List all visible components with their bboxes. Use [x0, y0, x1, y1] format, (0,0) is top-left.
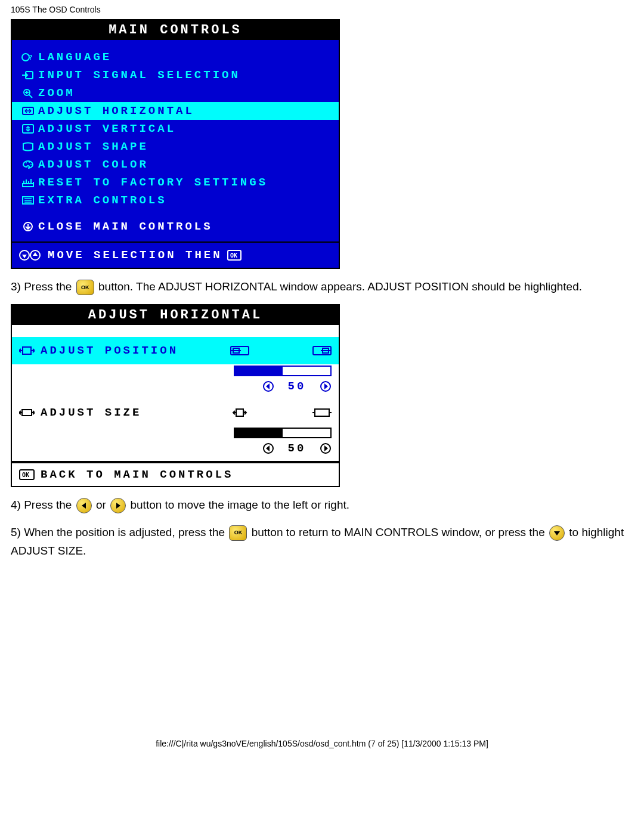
position-value-row: 50	[12, 379, 339, 399]
shift-left-icon	[230, 345, 249, 356]
step-3-text: 3) Press the OK button. The ADJUST HORIZ…	[11, 277, 633, 296]
adjust-size-icon	[19, 407, 35, 419]
down-button-icon	[549, 525, 565, 541]
close-label: CLOSE MAIN CONTROLS	[38, 220, 213, 233]
menu-label: ADJUST COLOR	[38, 158, 148, 171]
menu-item-language[interactable]: ? LANGUAGE	[12, 48, 339, 66]
svg-rect-22	[23, 347, 31, 354]
menu-label: ZOOM	[38, 86, 75, 100]
menu-label: INPUT SIGNAL SELECTION	[38, 69, 240, 82]
right-arrow-icon[interactable]	[320, 442, 332, 454]
menu-item-adjust-color[interactable]: ADJUST COLOR	[12, 156, 339, 174]
svg-rect-30	[236, 409, 243, 416]
step-4-text: 4) Press the or button to move the image…	[11, 496, 633, 514]
page-footer: file:///C|/rita wu/gs3noVE/english/105S/…	[11, 739, 633, 754]
left-button-icon	[76, 498, 92, 513]
size-wide-icon	[312, 407, 332, 418]
menu-label: ADJUST VERTICAL	[38, 122, 176, 135]
adjust-color-icon	[18, 159, 38, 170]
menu-label: EXTRA CONTROLS	[38, 194, 167, 207]
menu-item-adjust-vertical[interactable]: ADJUST VERTICAL	[12, 120, 339, 138]
menu-item-extra[interactable]: EXTRA CONTROLS	[12, 191, 339, 209]
input-icon	[18, 70, 38, 80]
adjust-size-label: ADJUST SIZE	[41, 406, 141, 419]
up-down-icon	[18, 249, 48, 262]
menu-item-adjust-shape[interactable]: ADJUST SHAPE	[12, 138, 339, 156]
adjust-v-icon	[18, 123, 38, 134]
position-slider[interactable]	[234, 366, 332, 376]
shift-right-icon	[312, 345, 332, 356]
svg-text:?: ?	[29, 54, 35, 61]
ok-icon: OK	[19, 469, 35, 480]
extra-icon	[18, 195, 38, 206]
svg-rect-31	[315, 409, 329, 416]
main-controls-footer: MOVE SELECTION THEN OK	[12, 249, 339, 268]
reset-icon	[18, 177, 38, 188]
size-narrow-icon	[230, 407, 249, 418]
adjust-position-label: ADJUST POSITION	[41, 344, 178, 357]
menu-label: ADJUST HORIZONTAL	[38, 104, 194, 117]
svg-text:OK: OK	[22, 472, 29, 478]
svg-point-11	[30, 164, 32, 165]
left-arrow-icon[interactable]	[262, 442, 274, 454]
step-5-text: 5) When the position is adjusted, press …	[11, 523, 633, 561]
main-controls-osd: MAIN CONTROLS ? LANGUAGE INPUT SIGNAL SE…	[11, 19, 340, 269]
language-icon: ?	[18, 52, 38, 63]
size-value: 50	[285, 442, 309, 455]
adjust-horizontal-osd: ADJUST HORIZONTAL ADJUST POSITION 50	[11, 304, 340, 487]
menu-label: LANGUAGE	[38, 51, 112, 64]
main-controls-title: MAIN CONTROLS	[12, 20, 339, 40]
zoom-icon	[18, 88, 38, 98]
size-slider[interactable]	[234, 428, 332, 438]
ok-button-icon: OK	[229, 525, 247, 541]
left-arrow-icon[interactable]	[262, 380, 274, 392]
right-button-icon	[110, 498, 126, 513]
adjust-horizontal-title: ADJUST HORIZONTAL	[12, 305, 339, 325]
row-adjust-position[interactable]: ADJUST POSITION	[12, 337, 339, 364]
menu-item-input[interactable]: INPUT SIGNAL SELECTION	[12, 66, 339, 84]
svg-rect-29	[22, 410, 32, 416]
ok-button-icon: OK	[76, 280, 94, 295]
menu-item-reset[interactable]: RESET TO FACTORY SETTINGS	[12, 174, 339, 191]
menu-label: RESET TO FACTORY SETTINGS	[38, 176, 268, 189]
adjust-position-icon	[19, 345, 35, 357]
back-to-main[interactable]: OK BACK TO MAIN CONTROLS	[12, 461, 339, 486]
page-header: 105S The OSD Controls	[11, 0, 633, 19]
menu-item-close[interactable]: CLOSE MAIN CONTROLS	[12, 218, 339, 236]
menu-item-zoom[interactable]: ZOOM	[12, 84, 339, 102]
menu-item-adjust-horizontal[interactable]: ADJUST HORIZONTAL	[12, 102, 339, 120]
menu-label: ADJUST SHAPE	[38, 140, 148, 153]
footer-hint-text: MOVE SELECTION THEN	[48, 249, 222, 262]
adjust-h-icon	[18, 106, 38, 116]
back-label: BACK TO MAIN CONTROLS	[41, 468, 233, 481]
position-value: 50	[285, 380, 309, 393]
size-value-row: 50	[12, 441, 339, 461]
svg-point-9	[26, 162, 27, 163]
svg-rect-12	[23, 184, 33, 187]
svg-line-4	[29, 95, 32, 98]
ok-icon: OK	[227, 250, 242, 261]
adjust-shape-icon	[18, 141, 38, 152]
row-adjust-size[interactable]: ADJUST SIZE	[12, 399, 339, 426]
right-arrow-icon[interactable]	[320, 380, 332, 392]
svg-text:OK: OK	[230, 252, 237, 259]
svg-point-10	[29, 162, 30, 163]
close-down-icon	[18, 221, 38, 232]
